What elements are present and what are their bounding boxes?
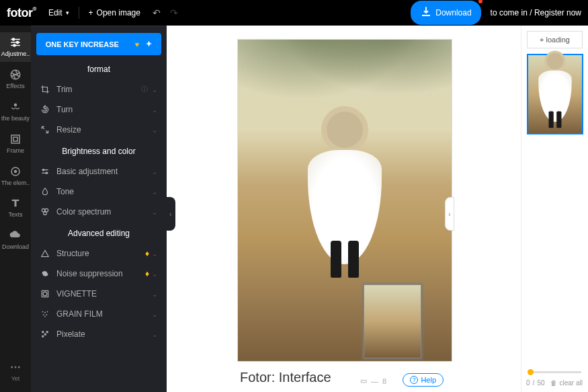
tool-label: Turn <box>56 105 152 114</box>
clear-all-button[interactable]: clear all <box>560 379 583 387</box>
rail-item-texts[interactable]: Texts <box>8 197 22 219</box>
tool-label: Pixelate <box>56 329 152 339</box>
svg-rect-25 <box>42 331 44 333</box>
aperture-icon <box>9 69 22 81</box>
triangle-icon <box>40 249 50 258</box>
svg-point-12 <box>43 169 44 171</box>
navigator-preview[interactable] <box>364 284 421 358</box>
tool-turn[interactable]: Turn ⌄ <box>36 100 161 120</box>
tool-tone[interactable]: Tone ⌄ <box>36 182 161 202</box>
redo-button[interactable]: ↷ <box>170 7 178 18</box>
tool-rail: Adjustme.. Effects the beauty Frame The … <box>0 26 31 392</box>
rail-item-label: Texts <box>8 212 22 219</box>
tool-resize[interactable]: Resize ⌄ <box>36 120 161 140</box>
section-title-format: format <box>36 65 161 74</box>
tool-noise-suppression[interactable]: Noise suppression ♦ ⌄ <box>36 264 161 284</box>
noise-icon <box>40 269 50 278</box>
one-key-label: ONE KEY INCREASE <box>46 40 119 48</box>
rail-item-frame[interactable]: Frame <box>7 133 24 155</box>
chevron-down-icon: ⌄ <box>152 188 157 196</box>
logo: fotor® <box>7 6 36 20</box>
rail-item-adjust[interactable]: Adjustme.. <box>0 32 31 62</box>
tool-label: Color spectrum <box>56 207 152 217</box>
canvas-area: ‹ Fotor: Interface › ▭ — 8 ? Help <box>167 26 521 392</box>
image-thumbnail[interactable] <box>527 54 583 134</box>
chevron-down-icon: ⌄ <box>152 208 157 216</box>
svg-point-19 <box>42 311 44 313</box>
svg-point-10 <box>15 366 17 368</box>
trash-icon[interactable]: 🗑 <box>550 379 557 387</box>
auth-link[interactable]: to come in / Register now <box>491 8 581 17</box>
chevron-down-icon: ⌄ <box>152 168 157 175</box>
section-title-advanced: Advanced editing <box>36 229 161 238</box>
rail-item-label: The elem.. <box>1 180 30 187</box>
svg-point-9 <box>11 366 13 368</box>
layers-icon[interactable]: ▭ <box>360 377 367 385</box>
rail-yet-button[interactable]: Yet <box>9 361 22 383</box>
svg-point-2 <box>13 44 15 46</box>
arrows-icon <box>40 125 50 134</box>
download-button[interactable]: Download <box>411 1 480 25</box>
tool-label: Trim <box>56 85 141 94</box>
svg-point-1 <box>17 42 19 44</box>
rail-item-label: Adjustme.. <box>1 51 30 58</box>
svg-point-4 <box>14 104 17 107</box>
history-value: 0 <box>526 379 530 387</box>
svg-point-22 <box>43 314 44 315</box>
tool-label: Resize <box>56 125 152 134</box>
tool-trim[interactable]: Trim ⓘ ⌄ <box>36 79 161 100</box>
tool-label: Tone <box>56 187 152 196</box>
premium-heart-icon: ♥ <box>135 40 140 48</box>
equalizer-icon <box>40 167 50 176</box>
svg-point-14 <box>42 208 45 212</box>
svg-point-18 <box>43 292 47 296</box>
collapse-panel-button[interactable]: ‹ <box>166 197 175 231</box>
open-image-button[interactable]: + Open image <box>89 8 140 17</box>
drop-icon <box>40 187 50 196</box>
rail-item-effects[interactable]: Effects <box>6 69 24 90</box>
svg-rect-27 <box>46 331 48 333</box>
tool-label: Noise suppression <box>56 269 145 278</box>
vignette-icon <box>40 289 50 299</box>
sliders-icon <box>9 36 22 48</box>
tool-basic-adjustment[interactable]: Basic adjustment ⌄ <box>36 161 161 182</box>
history-max: 50 <box>537 379 544 387</box>
rail-item-label: Download <box>2 244 29 251</box>
zoom-display: ▭ — 8 <box>360 377 386 385</box>
help-button[interactable]: ? Help <box>403 373 444 387</box>
svg-point-24 <box>44 316 46 317</box>
tool-color-spectrum[interactable]: Color spectrum ⌄ <box>36 202 161 222</box>
edit-menu[interactable]: Edit ▾ <box>48 8 69 17</box>
one-key-increase-button[interactable]: ONE KEY INCREASE ♥ ✦ <box>36 33 161 55</box>
loading-button[interactable]: + loading <box>527 31 583 48</box>
tool-structure[interactable]: Structure ♦ ⌄ <box>36 243 161 264</box>
tool-pixelate[interactable]: Pixelate ⌄ <box>36 324 161 344</box>
svg-point-15 <box>45 208 48 212</box>
sparkle-icon <box>9 101 22 113</box>
rail-item-label: Frame <box>7 148 24 155</box>
svg-point-11 <box>18 366 20 368</box>
chevron-down-icon: ⌄ <box>152 311 157 318</box>
chevron-down-icon: ▾ <box>66 9 69 16</box>
svg-point-0 <box>13 38 15 40</box>
svg-point-13 <box>46 172 47 173</box>
help-icon: ? <box>410 376 418 384</box>
chevron-down-icon: ⌄ <box>152 126 157 134</box>
plus-icon: + <box>540 36 544 44</box>
rail-item-download[interactable]: Download <box>2 229 29 251</box>
undo-button[interactable]: ↶ <box>153 7 161 18</box>
tool-vignette[interactable]: VIGNETTE ⌄ <box>36 284 161 304</box>
tool-label: Structure <box>56 249 145 258</box>
history-slider[interactable] <box>528 371 581 373</box>
chevron-down-icon: ⌄ <box>152 270 157 278</box>
svg-rect-28 <box>42 336 44 338</box>
grain-icon <box>40 309 50 319</box>
collapse-right-button[interactable]: › <box>445 197 454 231</box>
rail-item-elements[interactable]: The elem.. <box>1 165 30 187</box>
rotate-icon <box>40 105 50 114</box>
tool-grain-film[interactable]: GRAIN FILM ⌄ <box>36 304 161 324</box>
svg-rect-6 <box>13 137 17 141</box>
chevron-down-icon: ⌄ <box>152 250 157 258</box>
rail-item-beauty[interactable]: the beauty <box>1 101 30 122</box>
chevron-down-icon: ⌄ <box>152 331 157 338</box>
